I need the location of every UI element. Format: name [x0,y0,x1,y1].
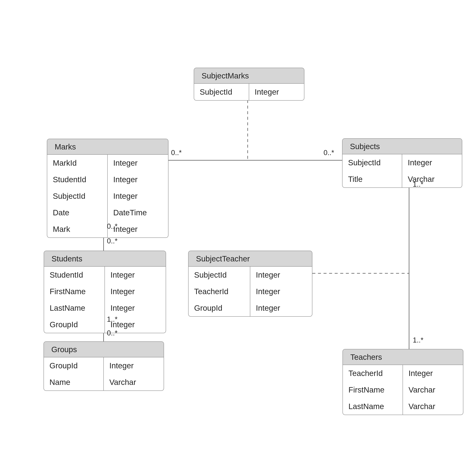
attr-name: Title [342,171,402,187]
cardinality-label: 0..* [107,222,118,230]
attr-type: Integer [108,171,168,188]
entity-teachers: Teachers TeacherId Integer FirstName Var… [342,349,463,415]
entity-subjectteacher: SubjectTeacher SubjectId Integer Teacher… [188,251,312,317]
attr-type: Integer [402,154,462,171]
attr-type: Integer [250,267,312,283]
attr-name: Mark [47,221,108,238]
cardinality-label: 0..* [107,237,118,245]
attr-name: SubjectId [194,84,249,100]
attr-type: Integer [108,155,168,171]
attr-type: Integer [250,283,312,300]
attr-name: FirstName [44,283,105,300]
entity-subjectmarks: SubjectMarks SubjectId Integer [194,68,304,101]
attr-type: Varchar [402,171,462,187]
entity-title: SubjectMarks [194,68,304,84]
cardinality-label: 0..* [171,149,182,157]
entity-title: Groups [44,342,164,357]
cardinality-label: 1..* [413,180,423,188]
attr-name: LastName [44,300,105,316]
er-diagram-canvas: SubjectMarks SubjectId Integer Marks Mar… [0,0,476,476]
entity-title: Marks [47,139,168,155]
attr-type: Integer [104,357,164,374]
cardinality-label: 1..* [413,336,423,344]
attr-name: LastName [343,398,403,415]
attr-name: SubjectId [188,267,250,283]
entity-title: SubjectTeacher [188,251,312,267]
attr-name: StudentId [47,171,108,188]
attr-type: Integer [105,283,166,300]
attr-name: GroupId [44,357,104,374]
attr-type: Integer [249,84,304,100]
entity-title: Teachers [343,349,463,365]
entity-title: Students [44,251,166,267]
attr-type: DateTime [108,204,168,221]
attr-name: GroupId [44,316,105,333]
attr-name: TeacherId [188,283,250,300]
attr-type: Integer [403,365,463,382]
entity-groups: Groups GroupId Integer Name Varchar [44,341,164,391]
entity-title: Subjects [342,139,462,154]
attr-type: Varchar [403,382,463,398]
attr-type: Varchar [104,374,164,391]
attr-type: Integer [105,300,166,316]
attr-type: Varchar [403,398,463,415]
cardinality-label: 1..* [107,315,118,323]
cardinality-label: 0..* [323,149,334,157]
entity-subjects: Subjects SubjectId Integer Title Varchar [342,138,462,188]
attr-name: GroupId [188,300,250,316]
attr-name: Date [47,204,108,221]
attr-name: StudentId [44,267,105,283]
cardinality-label: 0..* [107,329,118,337]
attr-name: MarkId [47,155,108,171]
attr-name: SubjectId [47,188,108,204]
attr-type: Integer [105,267,166,283]
attr-name: SubjectId [342,154,402,171]
attr-type: Integer [108,188,168,204]
attr-type: Integer [250,300,312,316]
entity-students: Students StudentId Integer FirstName Int… [44,251,166,333]
attr-name: TeacherId [343,365,403,382]
attr-name: Name [44,374,104,391]
attr-name: FirstName [343,382,403,398]
